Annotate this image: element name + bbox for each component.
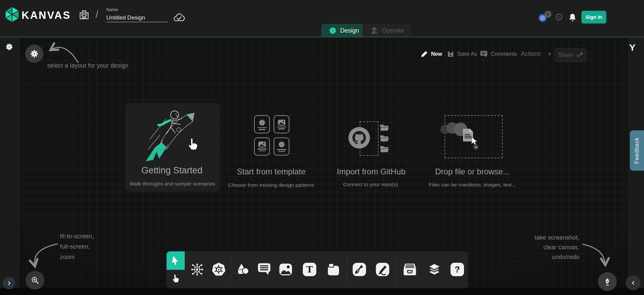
share-button[interactable]: Share: [555, 48, 586, 62]
card-title-getting-started: Getting Started: [141, 165, 203, 176]
y-logo[interactable]: Y: [629, 42, 636, 53]
magnifier-plus-icon: [31, 276, 39, 285]
layers-tool[interactable]: [427, 262, 442, 277]
sign-in-button[interactable]: Sign In: [581, 11, 606, 24]
design-name-input[interactable]: [106, 14, 168, 22]
kubernetes-count-badge: 0: [544, 11, 551, 18]
text-tool-glyph: T: [306, 264, 313, 275]
toolbar-divider: [347, 255, 347, 284]
sketch-pencil-icon: [375, 262, 390, 277]
design-tab-spiral-icon: [329, 27, 337, 35]
breadcrumb-separator: /: [96, 9, 98, 20]
save-floppy-icon: [447, 50, 454, 58]
annotation-layout: select a layout for your design: [47, 62, 129, 69]
new-button[interactable]: New: [421, 50, 442, 58]
pen-tool[interactable]: [352, 262, 367, 277]
relationship-circuit-icon: [190, 262, 204, 277]
kanvas-app: KANVAS / Name 0 ⚙: [0, 0, 644, 295]
help-glyph: ?: [455, 264, 460, 275]
shapes-icon: [236, 262, 250, 277]
tab-operate[interactable]: Operate: [363, 24, 411, 37]
zoom-in-button[interactable]: [26, 271, 44, 290]
annotation-edit-controls: take screenshot, clear canvas, undo/redo: [505, 233, 579, 262]
template-image-icon: [278, 120, 285, 126]
ui-frame-icon: [326, 262, 341, 277]
card-subtitle-template: Choose from existing design patterns: [228, 182, 314, 188]
template-image-icon: [258, 141, 266, 148]
feedback-label: Feedback: [634, 137, 640, 164]
operate-tab-headset-icon: [370, 27, 379, 35]
status-bar: [0, 288, 644, 295]
template-spiral-icon: [258, 119, 266, 126]
template-tile: [254, 137, 270, 156]
layout-picker-button[interactable]: [25, 45, 43, 63]
image-icon: [278, 262, 293, 277]
sidebar-spiral-icon[interactable]: [5, 43, 13, 51]
pen-nib-icon: [603, 277, 612, 287]
image-tool[interactable]: [278, 262, 293, 277]
pen-tool-icon: [352, 262, 367, 277]
annotation-view-controls: fit-to-screen, full-screen, zoom: [60, 231, 94, 262]
kubernetes-tool[interactable]: [211, 262, 226, 277]
cloud-saved-icon: [172, 12, 186, 23]
design-tab-label: Design: [340, 27, 359, 34]
settings-gear-icon[interactable]: ⚙: [554, 12, 564, 22]
save-as-button[interactable]: Save As: [447, 50, 477, 58]
add-file-plus-badge: +: [473, 144, 479, 150]
notifications-bell-icon[interactable]: [568, 13, 577, 23]
feedback-tab[interactable]: Feedback: [630, 130, 644, 171]
collapse-right-rail-button[interactable]: [626, 276, 641, 290]
comments-button[interactable]: Comments: [480, 50, 517, 58]
kanvas-logo-icon: [4, 6, 21, 23]
hand-cursor: [186, 136, 200, 154]
template-tile: [274, 137, 289, 156]
share-link-icon: [577, 52, 583, 58]
template-tile: [254, 115, 270, 133]
screenshot-actions-button[interactable]: [598, 272, 617, 291]
toolbar-divider: [396, 255, 396, 284]
drawer-tool[interactable]: [402, 262, 418, 277]
left-rail: [0, 37, 19, 288]
organization-building-icon[interactable]: [78, 9, 90, 21]
comments-icon: [480, 50, 488, 58]
kubernetes-wheel-icon: [211, 262, 226, 277]
chevron-right-icon: [6, 281, 12, 286]
toolbar-divider: [230, 255, 231, 284]
card-subtitle-drop-file: Files can be manifests, images, text...: [429, 182, 516, 188]
text-tool[interactable]: T: [303, 263, 316, 276]
template-tile: [274, 115, 289, 133]
template-spiral-icon: [278, 141, 285, 148]
actions-dropdown[interactable]: Actions ▾: [521, 50, 551, 57]
select-tool[interactable]: [167, 251, 185, 270]
layout-flower-icon: [30, 49, 39, 58]
card-title-drop-file: Drop file or browse...: [435, 167, 509, 176]
operate-tab-label: Operate: [382, 27, 404, 34]
card-title-template: Start from template: [237, 167, 306, 176]
expand-left-rail-button[interactable]: [3, 277, 15, 289]
chevron-down-icon: ▾: [548, 51, 551, 57]
sketch-tool[interactable]: [375, 262, 390, 277]
comment-bubble-icon: [257, 262, 272, 276]
github-octocat-icon: [348, 126, 371, 149]
rocket-illustration: [140, 108, 202, 163]
layers-icon: [427, 262, 442, 277]
relationship-tool[interactable]: [190, 262, 204, 277]
repo-folder-icon: [379, 123, 390, 131]
pan-hand-icon: [171, 274, 181, 285]
card-title-github: Import from GitHub: [337, 167, 405, 176]
comment-tool[interactable]: [257, 262, 272, 276]
repo-folder-icon: [379, 144, 390, 153]
shapes-tool[interactable]: [236, 262, 250, 277]
tab-design[interactable]: Design: [321, 24, 366, 37]
pan-tool[interactable]: [167, 270, 185, 288]
card-subtitle-github: Connect to your repo(s): [343, 181, 398, 187]
card-start-from-template[interactable]: [254, 115, 289, 156]
select-arrow-icon: [170, 255, 181, 266]
design-name-label: Name: [106, 7, 118, 12]
ui-frame-tool[interactable]: [326, 262, 341, 277]
help-tool[interactable]: ?: [451, 263, 464, 276]
repo-folder-icon: [379, 134, 390, 142]
new-pencil-icon: [421, 50, 428, 58]
drawer-icon: [402, 262, 418, 277]
app-header: KANVAS / Name 0 ⚙: [0, 0, 644, 37]
